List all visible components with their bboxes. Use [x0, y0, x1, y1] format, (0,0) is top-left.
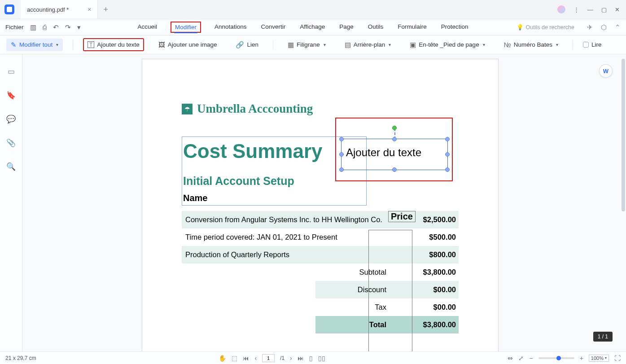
hand-tool-icon[interactable]: ✋ [219, 355, 226, 362]
fullscreen-icon[interactable]: ⛶ [614, 355, 621, 362]
add-image-button[interactable]: 🖼 Ajouter une image [154, 39, 222, 51]
comments-icon[interactable]: 💬 [6, 114, 16, 124]
search-tools-button[interactable]: 💡 Outils de recherche [517, 24, 574, 31]
undo-icon[interactable]: ↶ [53, 23, 59, 31]
link-button[interactable]: 🔗 Lien [231, 39, 263, 51]
tab-formulaire[interactable]: Formulaire [397, 22, 428, 33]
table-row: Subtotal$3,800.00 [182, 263, 459, 281]
zoom-in-icon[interactable]: + [580, 355, 583, 362]
next-page-icon[interactable]: › [290, 355, 292, 362]
tab-annotations[interactable]: Annotations [214, 22, 247, 33]
expand-icon[interactable]: ⌃ [615, 23, 621, 31]
avatar-icon[interactable] [557, 5, 565, 13]
table-row: Conversion from Angular Systems Inc. to … [182, 211, 459, 228]
bookmarks-icon[interactable]: 🔖 [6, 91, 16, 100]
first-page-icon[interactable]: ⏮ [243, 355, 249, 362]
select-tool-icon[interactable]: ⬚ [232, 355, 237, 362]
save-icon[interactable]: ▥ [30, 23, 36, 31]
titlebar: accounting.pdf * × + ⋮ — ▢ ✕ [0, 0, 626, 19]
new-tab-button[interactable]: + [103, 5, 108, 14]
page-total: /1 [280, 355, 285, 361]
last-page-icon[interactable]: ⏭ [298, 355, 304, 362]
table-row-total: Total$3,800.00 [315, 316, 459, 333]
column-price: Price [388, 211, 416, 222]
maximize-button[interactable]: ▢ [601, 6, 607, 13]
text-icon: 🅃 [88, 41, 94, 48]
cost-table: Conversion from Angular Systems Inc. to … [182, 211, 459, 333]
two-page-icon[interactable]: ▯▯ [318, 355, 325, 362]
zoom-select[interactable]: 100% ▾ [589, 355, 609, 362]
file-menu[interactable]: Fichier [5, 24, 24, 31]
background-button[interactable]: ▤ Arrière-plan▾ [340, 39, 396, 51]
resize-handle[interactable] [392, 167, 397, 172]
cloud-icon[interactable]: ⬡ [601, 23, 607, 31]
tab-accueil[interactable]: Accueil [137, 22, 158, 33]
resize-handle[interactable] [339, 167, 344, 172]
menubar: Fichier ▥ ⎙ ↶ ↷ ▾ Accueil Modifier Annot… [0, 19, 626, 35]
close-button[interactable]: ✕ [615, 6, 620, 13]
dropdown-icon[interactable]: ▾ [77, 23, 81, 31]
column-name: Name [183, 193, 207, 203]
tab-label: accounting.pdf * [27, 6, 69, 13]
more-icon[interactable]: ⋮ [573, 6, 579, 13]
table-row: Discount$00.00 [315, 281, 459, 298]
toolbar: ✎ Modifier tout ▾ 🅃 Ajouter du texte 🖼 A… [0, 35, 626, 54]
page-dimensions: 21 x 29,7 cm [5, 355, 36, 361]
tab-page[interactable]: Page [338, 22, 355, 33]
print-icon[interactable]: ⎙ [43, 23, 47, 31]
read-mode-toggle[interactable]: Lire [583, 41, 602, 48]
zoom-slider[interactable] [538, 357, 574, 359]
app-icon [4, 4, 14, 14]
search-icon[interactable]: 🔍 [6, 162, 16, 171]
export-word-button[interactable]: W [599, 64, 613, 78]
tab-affichage[interactable]: Affichage [299, 22, 326, 33]
new-text-box-highlight: Ajouter du texte [335, 118, 453, 181]
left-rail: ▭ 🔖 💬 📎 🔍 [0, 54, 22, 351]
tab-protection[interactable]: Protection [440, 22, 469, 33]
table-row: Tax$00.00 [182, 298, 459, 316]
send-icon[interactable]: ✈ [587, 23, 593, 31]
tab-convertir[interactable]: Convertir [260, 22, 286, 33]
resize-handle[interactable] [392, 137, 397, 141]
table-row: Production of Quarterly Reports$800.00 [182, 246, 459, 263]
resize-handle[interactable] [445, 152, 450, 157]
resize-handle[interactable] [339, 137, 344, 141]
single-page-icon[interactable]: ▯ [309, 355, 313, 362]
resize-handle[interactable] [339, 152, 344, 157]
divider [73, 40, 73, 50]
checkbox-icon [583, 42, 589, 48]
logo-icon: ☂ [182, 104, 193, 114]
header-footer-icon: ▣ [410, 41, 416, 49]
page-indicator: 1 / 1 [593, 332, 613, 342]
bates-button[interactable]: № Numéro Bates▾ [499, 39, 563, 51]
resize-handle[interactable] [445, 137, 450, 141]
document-tab[interactable]: accounting.pdf * × [21, 0, 98, 19]
zoom-out-icon[interactable]: − [529, 355, 533, 362]
header-footer-button[interactable]: ▣ En-tête _Pied de page▾ [405, 39, 489, 51]
prev-page-icon[interactable]: ‹ [254, 355, 257, 362]
add-text-button[interactable]: 🅃 Ajouter du texte [83, 38, 144, 51]
tab-close-icon[interactable]: × [88, 6, 91, 13]
attachments-icon[interactable]: 📎 [6, 138, 16, 148]
tab-modifier[interactable]: Modifier [174, 22, 197, 33]
tab-outils[interactable]: Outils [367, 22, 385, 33]
watermark-button[interactable]: ▦ Filigrane▾ [283, 39, 330, 51]
resize-handle[interactable] [445, 167, 450, 172]
bates-icon: № [504, 41, 511, 48]
table-row: Time period covered: JAN 01, 2021 to Pre… [182, 228, 459, 246]
edit-all-button[interactable]: ✎ Modifier tout ▾ [6, 39, 63, 51]
statusbar: 21 x 29,7 cm ✋ ⬚ ⏮ ‹ /1 › ⏭ ▯ ▯▯ ⇔ ⤢ − +… [0, 351, 626, 364]
thumbnails-icon[interactable]: ▭ [8, 67, 15, 76]
background-icon: ▤ [345, 41, 351, 49]
redo-icon[interactable]: ↷ [65, 23, 71, 31]
fit-width-icon[interactable]: ⇔ [508, 355, 513, 362]
minimize-button[interactable]: — [587, 6, 593, 13]
scrollbar[interactable] [622, 59, 625, 211]
textbox-placeholder: Ajouter du texte [346, 146, 421, 159]
image-icon: 🖼 [158, 41, 165, 48]
text-box[interactable]: Ajouter du texte [341, 139, 448, 170]
rotate-handle[interactable] [392, 126, 397, 130]
company-name: Umbrella Acccounting [197, 102, 313, 116]
fit-page-icon[interactable]: ⤢ [518, 355, 524, 362]
page-input[interactable] [262, 354, 275, 362]
